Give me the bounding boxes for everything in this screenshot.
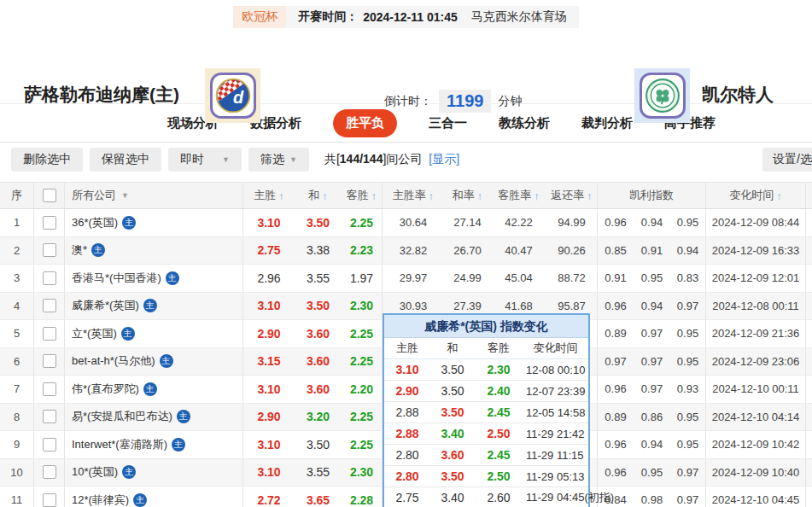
row-checkbox[interactable] xyxy=(43,382,56,396)
odds-value[interactable]: 3.38 xyxy=(295,237,342,265)
odds-value[interactable]: 2.90 xyxy=(243,320,295,347)
delete-selected-button[interactable]: 删除选中 xyxy=(11,148,83,172)
odds-value[interactable]: 2.25 xyxy=(342,404,383,431)
row-seq: 11 xyxy=(0,487,34,507)
company-name[interactable]: 伟*(直布罗陀) xyxy=(72,382,139,397)
odds-value[interactable]: 3.50 xyxy=(295,431,342,458)
company-cell: 12*(菲律宾)主 xyxy=(65,487,243,507)
celtic-crest-icon xyxy=(645,78,681,114)
company-cell: 伟*(直布罗陀)主 xyxy=(65,376,243,403)
sort-asc-icon[interactable]: ↑ xyxy=(534,189,540,202)
odds-value[interactable]: 3.10 xyxy=(243,431,295,458)
header-home-rate[interactable]: 主胜率↑ xyxy=(383,183,444,208)
sort-asc-icon[interactable]: ↑ xyxy=(278,189,284,202)
row-checkbox[interactable] xyxy=(43,493,56,507)
popup-row: 3.103.502.3012-08 00:10 xyxy=(384,359,588,381)
kelly-value: 0.97 xyxy=(634,348,670,376)
odds-value[interactable]: 3.10 xyxy=(243,376,295,403)
odds-value[interactable]: 2.23 xyxy=(342,237,383,265)
header-home-win[interactable]: 主胜↑ xyxy=(243,183,295,208)
odds-value[interactable]: 2.25 xyxy=(342,209,383,236)
nav-tab[interactable]: 裁判分析 xyxy=(581,115,633,131)
company-count: 共[144/144]间公司 xyxy=(324,152,422,167)
kelly-value: 0.83 xyxy=(670,265,706,292)
odds-value[interactable]: 3.60 xyxy=(295,320,342,347)
nav-tab[interactable]: 教练分析 xyxy=(499,115,550,131)
odds-value[interactable]: 3.15 xyxy=(243,348,295,376)
odds-value[interactable]: 3.55 xyxy=(295,459,342,487)
sort-asc-icon[interactable]: ↑ xyxy=(776,189,782,202)
odds-value[interactable]: 2.90 xyxy=(243,404,295,431)
header-return-rate[interactable]: 返还率↑ xyxy=(546,183,598,208)
sort-asc-icon[interactable]: ↑ xyxy=(477,189,483,202)
odds-value[interactable]: 2.28 xyxy=(342,487,383,507)
header-draw-rate[interactable]: 和率↑ xyxy=(444,183,491,208)
odds-value[interactable]: 3.50 xyxy=(295,209,342,236)
odds-value[interactable]: 2.72 xyxy=(243,487,295,507)
odds-value[interactable]: 3.60 xyxy=(295,348,342,376)
toolbar: 删除选中 保留选中 即时 ▼ 筛选 ▼ 共[144/144]间公司 [显示] 设… xyxy=(0,143,812,177)
company-name[interactable]: 36*(英国) xyxy=(72,215,118,230)
company-name[interactable]: Interwet*(塞浦路斯) xyxy=(72,437,167,452)
company-name[interactable]: 易*(安提瓜和巴布达) xyxy=(72,409,172,424)
odds-value[interactable]: 3.10 xyxy=(243,293,295,320)
filter-dropdown[interactable]: 筛选 ▼ xyxy=(248,148,309,172)
select-all-checkbox[interactable] xyxy=(43,189,56,202)
header-draw[interactable]: 和↑ xyxy=(295,183,342,208)
nav-tab[interactable]: 三合一 xyxy=(429,115,467,131)
row-checkbox[interactable] xyxy=(43,299,56,312)
instant-dropdown[interactable]: 即时 ▼ xyxy=(168,148,242,172)
sort-asc-icon[interactable]: ↑ xyxy=(371,189,377,202)
row-checkbox[interactable] xyxy=(43,271,56,285)
sort-asc-icon[interactable]: ↑ xyxy=(322,189,328,202)
odds-value[interactable]: 3.65 xyxy=(295,487,342,507)
odds-value[interactable]: 2.25 xyxy=(342,348,383,376)
odds-value[interactable]: 3.20 xyxy=(295,404,342,431)
instant-dropdown-value: 即时 xyxy=(180,152,204,167)
odds-value[interactable]: 1.97 xyxy=(342,265,383,292)
kelly-value: 0.95 xyxy=(670,404,706,431)
show-link[interactable]: [显示] xyxy=(429,152,459,167)
odds-value[interactable]: 2.75 xyxy=(243,237,295,265)
odds-value[interactable]: 2.30 xyxy=(342,459,383,487)
company-name[interactable]: 威廉希*(英国) xyxy=(72,298,139,313)
company-name[interactable]: 澳* xyxy=(72,242,87,258)
odds-value[interactable]: 3.10 xyxy=(243,459,295,487)
row-checkbox[interactable] xyxy=(43,438,56,452)
svg-text:d: d xyxy=(233,88,244,107)
company-name[interactable]: 立*(英国) xyxy=(72,326,117,341)
odds-value[interactable]: 3.10 xyxy=(243,209,295,236)
odds-value[interactable]: 2.30 xyxy=(342,293,383,320)
odds-value[interactable]: 3.50 xyxy=(295,293,342,320)
row-checkbox[interactable] xyxy=(43,354,56,368)
header-away-rate[interactable]: 客胜率↑ xyxy=(491,183,546,208)
row-checkbox[interactable] xyxy=(43,327,56,341)
sort-asc-icon[interactable]: ↑ xyxy=(587,189,593,202)
row-checkbox[interactable] xyxy=(43,465,56,479)
odds-value[interactable]: 2.20 xyxy=(342,376,383,403)
kelly-value: 0.85 xyxy=(598,237,634,265)
header-change-time[interactable]: 变化时间↑ xyxy=(706,183,806,208)
kelly-value: 0.89 xyxy=(598,404,634,431)
row-checkbox[interactable] xyxy=(43,216,56,230)
odds-value[interactable]: 2.25 xyxy=(342,431,383,458)
row-checkbox[interactable] xyxy=(43,243,56,257)
settings-button[interactable]: 设置/选择 xyxy=(762,148,812,172)
odds-value[interactable]: 3.55 xyxy=(295,265,342,292)
odds-value[interactable]: 3.60 xyxy=(295,376,342,403)
row-checkbox[interactable] xyxy=(43,410,56,423)
popup-change-time: 12-08 00:10 xyxy=(523,359,588,380)
header-company[interactable]: 所有公司 ▼ xyxy=(65,183,243,208)
odds-value[interactable]: 2.96 xyxy=(243,265,295,292)
company-name[interactable]: 香港马*(中国香港) xyxy=(72,271,161,286)
rate-value: 29.97 xyxy=(383,265,444,292)
company-name[interactable]: 12*(菲律宾) xyxy=(72,492,129,507)
sort-asc-icon[interactable]: ↑ xyxy=(429,189,435,202)
nav-tab[interactable]: 胜平负 xyxy=(333,109,397,137)
odds-value[interactable]: 2.25 xyxy=(342,320,383,347)
company-name[interactable]: 10*(英国) xyxy=(72,464,118,480)
company-name[interactable]: bet-at-h*(马尔他) xyxy=(72,353,155,369)
keep-selected-button[interactable]: 保留选中 xyxy=(90,148,161,172)
header-away-win[interactable]: 客胜↑ xyxy=(342,183,383,208)
row-checkbox-cell xyxy=(34,431,65,458)
